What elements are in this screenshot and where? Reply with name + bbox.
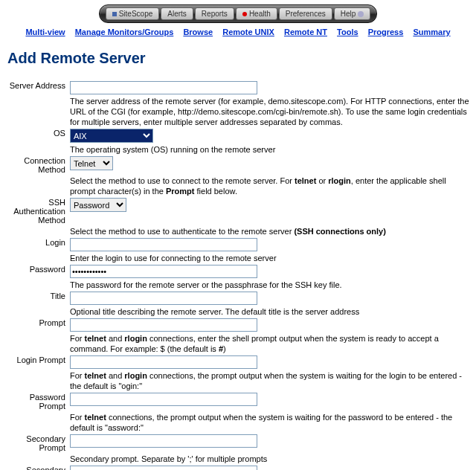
- ssh-auth-label: SSH Authentication Method: [3, 197, 68, 225]
- connection-method-help: Select the method to use to connect to t…: [68, 175, 472, 197]
- help-button[interactable]: Help: [334, 7, 371, 20]
- help-icon: [358, 11, 364, 17]
- sitescope-button[interactable]: SiteScope: [106, 7, 160, 20]
- connection-method-select[interactable]: Telnet: [70, 156, 113, 170]
- login-input[interactable]: [70, 238, 257, 251]
- login-prompt-input[interactable]: [70, 355, 257, 369]
- password-label: Password: [3, 264, 68, 279]
- reports-button[interactable]: Reports: [195, 7, 234, 20]
- connection-method-label: Connection Method: [3, 155, 68, 175]
- manage-link[interactable]: Manage Monitors/Groups: [75, 28, 174, 36]
- secondary-prompt-label: Secondary Prompt: [3, 434, 68, 453]
- password-prompt-help: For telnet connections, the prompt outpu…: [68, 411, 472, 434]
- password-prompt-input[interactable]: [70, 393, 257, 406]
- os-select[interactable]: AIX: [70, 129, 153, 143]
- page-title: Add Remote Server: [7, 50, 476, 67]
- password-prompt-label: Password Prompt: [3, 392, 68, 411]
- health-button[interactable]: Health: [236, 7, 277, 20]
- secondary-input[interactable]: [70, 466, 257, 470]
- progress-link[interactable]: Progress: [368, 28, 404, 36]
- ssh-auth-select[interactable]: Password: [70, 198, 126, 212]
- os-help: The operating system (OS) running on the…: [68, 144, 472, 155]
- login-help: Enter the login to use for connecting to…: [68, 252, 472, 264]
- prompt-label: Prompt: [3, 318, 68, 332]
- title-label: Title: [3, 291, 68, 306]
- health-icon: [242, 12, 247, 16]
- server-address-input[interactable]: [70, 81, 257, 94]
- tools-link[interactable]: Tools: [337, 28, 358, 36]
- sitescope-icon: [112, 12, 117, 16]
- password-help: The password for the remote server or th…: [68, 279, 472, 291]
- secondary-prompt-help: Secondary prompt. Separate by ';' for mu…: [68, 453, 472, 465]
- summary-link[interactable]: Summary: [413, 28, 450, 36]
- title-help: Optional title describing the remote ser…: [68, 306, 472, 318]
- secondary-prompt-input[interactable]: [70, 434, 257, 448]
- login-label: Login: [3, 237, 68, 252]
- preferences-button[interactable]: Preferences: [279, 7, 332, 20]
- prompt-input[interactable]: [70, 318, 257, 332]
- os-label: OS: [3, 128, 68, 144]
- alerts-button[interactable]: Alerts: [161, 7, 193, 20]
- link-bar: Multi-view Manage Monitors/Groups Browse…: [0, 25, 476, 44]
- ssh-auth-help: Select the method to use to authenticate…: [68, 225, 472, 237]
- remoteunix-link[interactable]: Remote UNIX: [222, 28, 274, 36]
- login-prompt-help: For telnet and rlogin connections, the p…: [68, 370, 472, 392]
- browse-link[interactable]: Browse: [183, 28, 213, 36]
- main-toolbar: SiteScope Alerts Reports Health Preferen…: [99, 4, 378, 23]
- title-input[interactable]: [70, 292, 257, 305]
- secondary-label: Secondary: [3, 465, 68, 470]
- server-address-help: The server address of the remote server …: [68, 95, 472, 128]
- prompt-help: For telnet and rlogin connections, enter…: [68, 332, 472, 355]
- remotent-link[interactable]: Remote NT: [284, 28, 327, 36]
- login-prompt-label: Login Prompt: [3, 355, 68, 370]
- server-address-label: Server Address: [3, 80, 68, 95]
- multiview-link[interactable]: Multi-view: [25, 28, 65, 36]
- password-input[interactable]: [70, 265, 257, 278]
